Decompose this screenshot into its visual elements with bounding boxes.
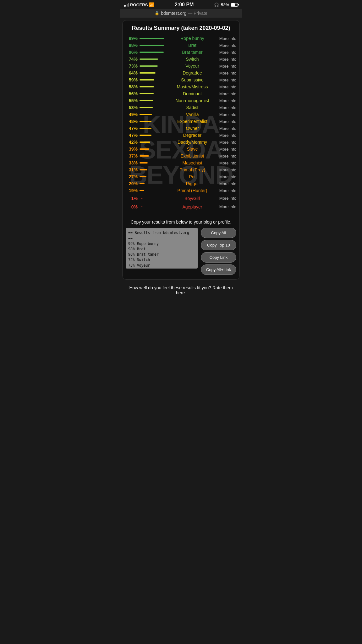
result-percent: 37% xyxy=(126,153,138,158)
result-row: 98%BratMore info xyxy=(126,43,236,48)
more-info-link[interactable]: More info xyxy=(217,50,236,55)
result-row: 96%Brat tamerMore info xyxy=(126,50,236,55)
result-bar xyxy=(140,58,168,60)
result-row: 59%SubmissiveMore info xyxy=(126,77,236,82)
more-info-link[interactable]: More info xyxy=(217,147,236,152)
result-row: 0%-AgeplayerMore info xyxy=(126,203,236,210)
result-bar-container xyxy=(140,142,168,143)
more-info-link[interactable]: More info xyxy=(217,140,236,145)
result-row: 47%OwnerMore info xyxy=(126,126,236,131)
result-bar xyxy=(140,52,168,53)
copy-intro: Copy your results from below to your blo… xyxy=(126,219,236,225)
result-percent: 33% xyxy=(126,160,138,165)
more-info-link[interactable]: More info xyxy=(217,196,236,201)
result-bar-fill xyxy=(140,190,144,191)
copy-button-copy-link[interactable]: Copy Link xyxy=(201,252,236,263)
result-bar-container xyxy=(140,169,168,170)
result-name: Voyeur xyxy=(170,64,215,69)
result-percent: 74% xyxy=(126,57,138,62)
more-info-link[interactable]: More info xyxy=(217,161,236,165)
more-info-link[interactable]: More info xyxy=(217,71,236,75)
more-info-link[interactable]: More info xyxy=(217,36,236,41)
more-info-link[interactable]: More info xyxy=(217,92,236,96)
result-percent: 64% xyxy=(126,70,138,75)
result-name: Slave xyxy=(170,147,215,152)
status-bar: ROGERS 📶 2:00 PM 🎧 53% xyxy=(120,0,242,9)
result-bar-container xyxy=(140,114,168,115)
result-bar-fill xyxy=(140,52,164,53)
result-percent: 99% xyxy=(126,36,138,41)
result-bar xyxy=(140,45,168,46)
more-info-link[interactable]: More info xyxy=(217,168,236,172)
result-percent: 19% xyxy=(126,188,138,193)
result-bar-container xyxy=(140,183,168,184)
lock-icon: 🔒 xyxy=(155,11,159,15)
result-bar xyxy=(140,38,168,39)
result-name: Dominant xyxy=(170,91,215,96)
more-info-link[interactable]: More info xyxy=(217,98,236,103)
result-name: Primal (Hunter) xyxy=(170,188,215,193)
result-bar-container xyxy=(140,38,168,39)
result-percent: 47% xyxy=(126,133,138,138)
result-name: Boy/Girl xyxy=(170,196,215,201)
more-info-link[interactable]: More info xyxy=(217,133,236,138)
url-bar[interactable]: 🔒 bdsmtest.org — Private xyxy=(120,9,242,18)
result-row: 1%-Boy/GirlMore info xyxy=(126,195,236,202)
result-percent: 0% xyxy=(126,204,138,209)
result-dash-char: - xyxy=(140,195,143,201)
result-bar-container xyxy=(140,58,168,60)
more-info-link[interactable]: More info xyxy=(217,112,236,117)
result-bar xyxy=(140,128,168,129)
result-bar-fill xyxy=(140,142,150,143)
more-info-link[interactable]: More info xyxy=(217,126,236,131)
result-name: Ageplayer xyxy=(170,204,215,209)
result-bar-fill xyxy=(140,38,164,39)
more-info-link[interactable]: More info xyxy=(217,181,236,186)
result-name: Owner xyxy=(170,126,215,131)
result-name: Master/Mistress xyxy=(170,84,215,89)
result-name: Brat xyxy=(170,43,215,48)
result-percent: 48% xyxy=(126,119,138,124)
result-row: 39%SlaveMore info xyxy=(126,147,236,152)
result-percent: 98% xyxy=(126,43,138,48)
result-bar-container xyxy=(140,107,168,108)
result-name: Rigger xyxy=(170,181,215,186)
copy-button-copy-top-10[interactable]: Copy Top 10 xyxy=(201,240,236,250)
result-bar-container xyxy=(140,45,168,46)
result-bar xyxy=(140,142,168,143)
result-bar-fill xyxy=(140,45,164,46)
result-row: 53%SadistMore info xyxy=(126,105,236,110)
result-bar-fill xyxy=(140,86,154,87)
private-label: — Private xyxy=(188,11,207,16)
result-row: 48%ExperimentalistMore info xyxy=(126,119,236,124)
time-display: 2:00 PM xyxy=(175,2,194,8)
copy-button-copy-all+link[interactable]: Copy All+Link xyxy=(201,264,236,275)
result-name: Rope bunny xyxy=(170,36,215,41)
result-bar-fill xyxy=(140,121,151,122)
more-info-link[interactable]: More info xyxy=(217,204,236,209)
more-info-link[interactable]: More info xyxy=(217,154,236,158)
result-name: Degradee xyxy=(170,70,215,75)
more-info-link[interactable]: More info xyxy=(217,119,236,124)
result-percent: 73% xyxy=(126,64,138,69)
more-info-link[interactable]: More info xyxy=(217,43,236,48)
copy-textarea[interactable] xyxy=(126,228,198,269)
result-bar xyxy=(140,100,168,101)
result-bar xyxy=(140,79,168,80)
carrier-label: ROGERS xyxy=(130,3,148,7)
more-info-link[interactable]: More info xyxy=(217,175,236,179)
result-bar-container xyxy=(140,162,168,164)
result-bar xyxy=(140,114,168,115)
more-info-link[interactable]: More info xyxy=(217,85,236,89)
copy-button-copy-all[interactable]: Copy All xyxy=(201,228,236,238)
status-right: 🎧 53% xyxy=(214,3,238,7)
more-info-link[interactable]: More info xyxy=(217,64,236,69)
result-row: 20%RiggerMore info xyxy=(126,181,236,186)
more-info-link[interactable]: More info xyxy=(217,188,236,193)
more-info-link[interactable]: More info xyxy=(217,57,236,62)
more-info-link[interactable]: More info xyxy=(217,78,236,82)
result-name: Sadist xyxy=(170,105,215,110)
copy-buttons: Copy AllCopy Top 10Copy LinkCopy All+Lin… xyxy=(201,228,236,275)
result-bar-fill xyxy=(140,128,151,129)
more-info-link[interactable]: More info xyxy=(217,105,236,110)
